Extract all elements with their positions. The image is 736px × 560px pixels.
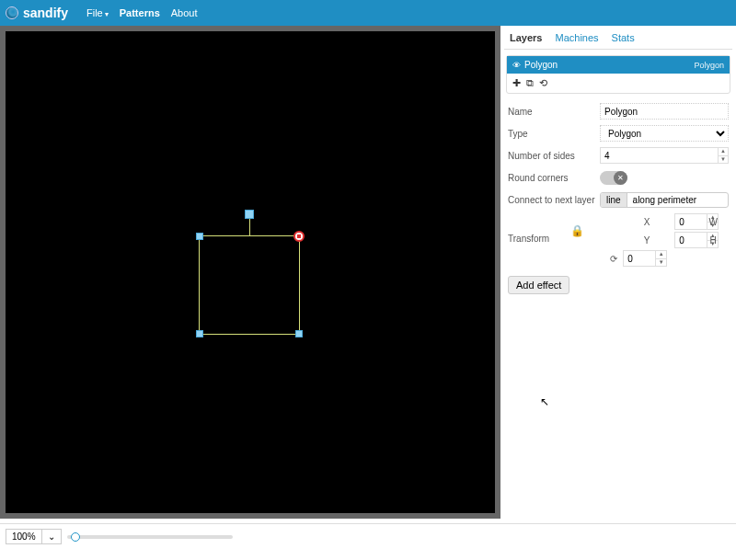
lock-aspect-icon[interactable]: 🔒 <box>549 224 604 237</box>
label-w: W <box>689 217 736 227</box>
canvas-wrapper <box>0 26 500 519</box>
add-layer-icon[interactable]: ✚ <box>512 77 521 89</box>
rotate-icon: ⟳ <box>608 254 619 264</box>
name-input[interactable] <box>600 103 729 120</box>
selected-shape[interactable] <box>199 235 300 335</box>
rotation-stepper[interactable]: ▲▼ <box>656 250 667 267</box>
sides-stepper[interactable]: ▲▼ <box>719 147 729 164</box>
rotation-handle[interactable] <box>245 210 254 219</box>
label-h: H <box>689 235 736 246</box>
label-connect: Connect to next layer <box>508 195 600 205</box>
label-type: Type <box>508 129 600 139</box>
label-transform: Transform <box>508 213 549 244</box>
round-corners-toggle[interactable] <box>600 171 627 185</box>
tab-layers[interactable]: Layers <box>510 32 542 43</box>
layer-row-selected[interactable]: Polygon Polygon <box>507 56 730 74</box>
connect-perimeter-button[interactable]: along perimeter <box>627 193 702 207</box>
visibility-icon[interactable] <box>512 60 524 70</box>
rotation-input[interactable] <box>623 250 656 267</box>
layer-list: Polygon Polygon ✚ ⧉ ⟲ <box>506 55 730 94</box>
tab-stats[interactable]: Stats <box>612 32 635 43</box>
side-tabs: Layers Machines Stats <box>504 26 732 50</box>
zoom-value: 100% <box>6 530 41 543</box>
bottom-bar: 100% ⌄ <box>0 523 736 549</box>
nav-file[interactable]: File <box>86 7 109 18</box>
canvas[interactable] <box>6 31 495 513</box>
label-sides: Number of sides <box>508 151 600 161</box>
top-bar: sandify File Patterns About <box>0 0 736 26</box>
main-area: Layers Machines Stats Polygon Polygon ✚ … <box>0 26 736 519</box>
zoom-slider-thumb[interactable] <box>71 532 80 542</box>
properties-panel: Name Type Polygon Number of sides ▲▼ Rou… <box>508 101 729 267</box>
label-round: Round corners <box>508 173 600 183</box>
zoom-box: 100% ⌄ <box>6 529 62 544</box>
nav-about[interactable]: About <box>171 7 198 18</box>
label-x: X <box>623 217 671 227</box>
side-panel: Layers Machines Stats Polygon Polygon ✚ … <box>500 26 736 519</box>
layer-toolbar: ✚ ⧉ ⟲ <box>507 74 730 93</box>
connect-line-button[interactable]: line <box>601 193 627 207</box>
connect-mode-group: line along perimeter <box>600 192 729 208</box>
add-effect-button[interactable]: Add effect <box>508 276 569 294</box>
zoom-dropdown-icon[interactable]: ⌄ <box>41 530 61 543</box>
path-endpoint-icon[interactable] <box>293 231 305 242</box>
label-y: Y <box>623 235 671 246</box>
copy-layer-icon[interactable]: ⧉ <box>526 77 534 89</box>
resize-handle-bl[interactable] <box>196 330 203 337</box>
sides-input[interactable] <box>600 147 719 164</box>
zoom-slider[interactable] <box>67 535 233 539</box>
label-name: Name <box>508 107 600 117</box>
resize-handle-tl[interactable] <box>196 233 203 240</box>
layer-row-name: Polygon <box>524 60 558 70</box>
type-select[interactable]: Polygon <box>600 125 729 142</box>
logo-icon <box>6 6 18 19</box>
brand-name: sandify <box>23 6 68 20</box>
reset-layer-icon[interactable]: ⟲ <box>539 77 547 89</box>
add-effect-section: Add effect <box>508 276 729 294</box>
nav-patterns[interactable]: Patterns <box>120 7 160 18</box>
resize-handle-br[interactable] <box>295 330 303 337</box>
tab-machines[interactable]: Machines <box>555 32 598 43</box>
layer-row-type: Polygon <box>694 61 724 70</box>
transform-grid: X ▲▼ W ▲▼ 🔒 Y ▲▼ H ▲▼ ⟳ ▲▼ <box>549 213 736 267</box>
